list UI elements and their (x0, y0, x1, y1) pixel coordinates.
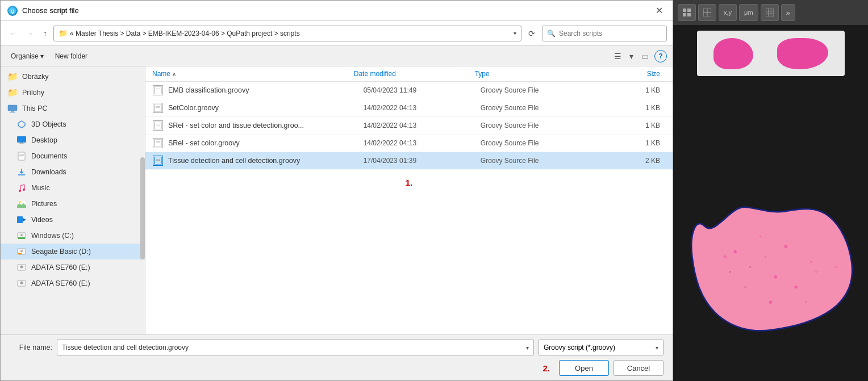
table-row-selected[interactable]: Tissue detection and cell detection.groo… (145, 152, 673, 170)
view-buttons: ☰ ▾ ▭ (611, 49, 652, 63)
svg-point-25 (20, 250, 23, 252)
svg-point-29 (20, 282, 23, 284)
svg-point-64 (765, 256, 767, 258)
filetype-dropdown-arrow[interactable]: ▾ (656, 345, 658, 351)
qp-expand-button[interactable]: » (781, 4, 795, 21)
table-row[interactable]: SRel - set color.groovy 14/02/2022 04:13… (145, 135, 673, 152)
svg-rect-7 (20, 143, 23, 144)
path-dropdown-button[interactable]: ▾ (514, 30, 516, 36)
file-name-srel-tissue: SRel - set color and tissue detection.gr… (168, 122, 364, 129)
sidebar-label-seagate-d: Seagate Basic (D:) (31, 248, 91, 256)
svg-point-22 (20, 234, 23, 236)
title-bar-left: Q Choose script file (7, 6, 79, 16)
qupath-canvas (673, 25, 868, 381)
path-bar[interactable]: 📁 « Master Thesis > Data > EMB-IKEM-2023… (53, 26, 521, 41)
svg-rect-32 (156, 90, 160, 90)
table-row[interactable]: SetColor.groovy 14/02/2022 04:13 Groovy … (145, 99, 673, 117)
up-button[interactable]: ↑ (40, 27, 50, 40)
sidebar-label-prilohy: Prílohy (22, 89, 44, 97)
path-text: « Master Thesis > Data > EMB-IKEM-2023-0… (70, 30, 511, 37)
qp-grid3-button[interactable] (761, 4, 779, 21)
sidebar-item-this-pc[interactable]: This PC (1, 101, 145, 116)
tissue-main-view (685, 154, 857, 370)
column-type[interactable]: Type (475, 70, 596, 78)
sidebar-item-documents[interactable]: Documents (1, 148, 145, 164)
sidebar-item-3d-objects[interactable]: 3D Objects (1, 116, 145, 132)
downloads-icon (16, 167, 27, 177)
sidebar-item-obrazky[interactable]: 📁 Obrázky (1, 69, 145, 85)
close-button[interactable]: ✕ (652, 4, 666, 18)
svg-rect-48 (687, 13, 691, 16)
filename-label: File name: (10, 344, 52, 351)
3d-icon (16, 119, 27, 129)
qp-grid2-button[interactable] (698, 4, 716, 21)
new-folder-button[interactable]: New folder (51, 51, 92, 62)
help-button[interactable]: ? (654, 50, 667, 62)
qp-grid1-button[interactable] (678, 4, 696, 21)
cancel-button[interactable]: Cancel (614, 360, 663, 376)
svg-point-60 (810, 261, 812, 263)
file-size-setcolor: 1 KB (598, 104, 666, 112)
svg-point-68 (724, 255, 727, 258)
sidebar-item-videos[interactable]: Videos (1, 212, 145, 228)
svg-rect-45 (683, 9, 686, 12)
column-size[interactable]: Size (595, 70, 666, 78)
back-button[interactable]: ← (6, 27, 20, 40)
folder-icon: 📁 (7, 72, 18, 82)
filename-dropdown-arrow[interactable]: ▾ (526, 345, 529, 351)
sidebar-item-adata-e1[interactable]: ADATA SE760 (E:) (1, 259, 145, 275)
svg-point-70 (769, 301, 772, 304)
tissue-blob-2 (777, 38, 828, 69)
view-dropdown-button[interactable]: ▾ (626, 49, 637, 63)
groovy-file-icon-selected (153, 156, 163, 166)
sidebar-item-music[interactable]: Music (1, 180, 145, 196)
preview-pane-button[interactable]: ▭ (638, 49, 652, 63)
svg-point-63 (794, 286, 797, 288)
table-row[interactable]: EMB classification.groovy 05/04/2023 11:… (145, 82, 673, 99)
step-label-1: 1. (406, 175, 413, 190)
sidebar-item-windows-c[interactable]: Windows (C:) (1, 228, 145, 244)
organise-button[interactable]: Organise ▾ (6, 51, 48, 62)
svg-marker-19 (23, 218, 26, 221)
sidebar-item-prilohy[interactable]: 📁 Prílohy (1, 85, 145, 101)
sidebar-item-desktop[interactable]: Desktop (1, 132, 145, 148)
sort-arrow: ∧ (172, 71, 176, 77)
refresh-button[interactable]: ⟳ (525, 27, 539, 40)
groovy-file-icon (153, 138, 163, 148)
sidebar-item-downloads[interactable]: Downloads (1, 164, 145, 180)
svg-point-58 (760, 236, 762, 238)
qp-xy-button[interactable]: x,y (719, 4, 737, 21)
sidebar-scrollbar[interactable] (140, 157, 145, 259)
svg-rect-10 (19, 154, 24, 154)
svg-point-67 (729, 271, 731, 273)
svg-rect-3 (11, 111, 14, 112)
filename-input[interactable]: Tissue detection and cell detection.groo… (57, 340, 534, 355)
forward-button[interactable]: → (23, 27, 37, 40)
qp-measure-button[interactable]: μm (739, 4, 758, 21)
file-date-setcolor: 14/02/2022 04:13 (364, 104, 481, 112)
file-icon (152, 120, 164, 131)
search-input[interactable] (559, 30, 662, 37)
dialog-icon: Q (7, 6, 18, 16)
filetype-select[interactable]: Groovy script (*.groovy) ▾ (539, 340, 663, 355)
drive-d-icon (16, 246, 27, 257)
svg-rect-46 (687, 9, 691, 12)
column-name[interactable]: Name ∧ (152, 70, 354, 78)
sidebar-item-seagate-d[interactable]: Seagate Basic (D:) (1, 244, 145, 259)
sidebar: 📁 Obrázky 📁 Prílohy This PC (1, 66, 145, 334)
file-name-setcolor: SetColor.groovy (168, 104, 364, 112)
svg-rect-12 (19, 157, 23, 157)
table-row[interactable]: SRel - set color and tissue detection.gr… (145, 117, 673, 135)
svg-point-69 (836, 266, 838, 268)
svg-point-27 (20, 266, 23, 269)
qupath-toolbar: x,y μm » (673, 0, 868, 25)
sidebar-item-pictures[interactable]: Pictures (1, 196, 145, 212)
view-list-button[interactable]: ☰ (611, 49, 625, 63)
search-box[interactable]: 🔍 (542, 26, 667, 41)
sidebar-label-desktop: Desktop (31, 136, 57, 144)
open-button[interactable]: Open (559, 360, 609, 376)
sidebar-label-downloads: Downloads (31, 168, 66, 176)
sidebar-item-adata-e2[interactable]: ADATA SE760 (E:) (1, 275, 145, 291)
column-date[interactable]: Date modified (354, 70, 475, 78)
file-size-srel-color: 1 KB (598, 139, 666, 147)
